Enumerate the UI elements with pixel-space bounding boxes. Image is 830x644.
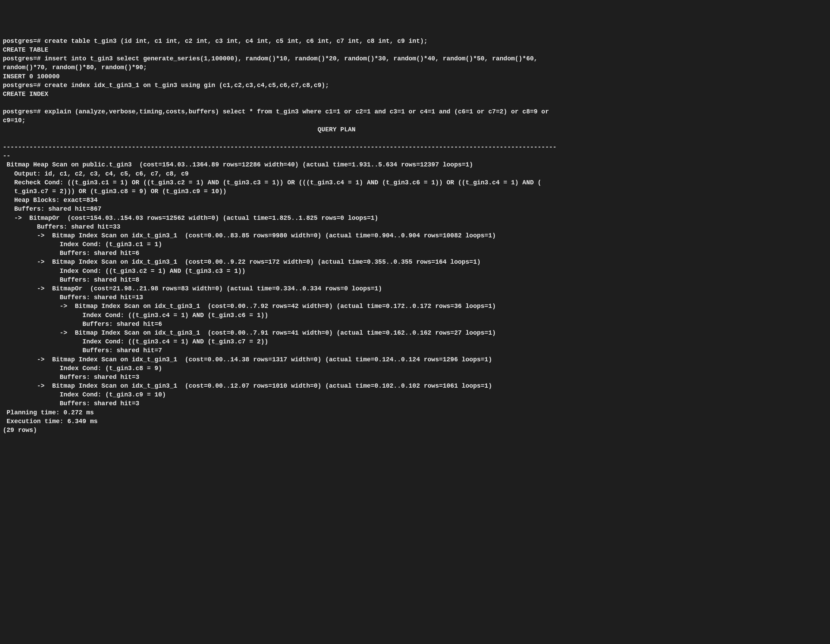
query-plan-line: -> Bitmap Index Scan on idx_t_gin3_1 (co… <box>3 329 496 336</box>
planning-time-line: Planning time: 0.272 ms <box>3 409 94 416</box>
query-plan-line: Bitmap Heap Scan on public.t_gin3 (cost=… <box>3 161 473 168</box>
query-plan-line: Output: id, c1, c2, c3, c4, c5, c6, c7, … <box>3 170 188 177</box>
execution-time-line: Execution time: 6.349 ms <box>3 418 98 425</box>
terminal-line: postgres=# create table t_gin3 (id int, … <box>3 38 428 44</box>
terminal-line: postgres=# explain (analyze,verbose,timi… <box>3 108 549 115</box>
query-plan-line: Index Cond: (t_gin3.c1 = 1) <box>3 241 162 248</box>
terminal-line: random()*70, random()*80, random()*90; <box>3 64 147 71</box>
terminal-line: INSERT 0 100000 <box>3 73 60 80</box>
query-plan-line: Recheck Cond: ((t_gin3.c1 = 1) OR ((t_gi… <box>3 179 542 186</box>
query-plan-line: -> BitmapOr (cost=21.98..21.98 rows=83 w… <box>3 285 382 292</box>
query-plan-line: -> Bitmap Index Scan on idx_t_gin3_1 (co… <box>3 232 496 239</box>
query-plan-line: -> Bitmap Index Scan on idx_t_gin3_1 (co… <box>3 382 492 389</box>
query-plan-line: Heap Blocks: exact=834 <box>3 197 98 204</box>
row-count-line: (29 rows) <box>3 427 37 434</box>
terminal-line: c9=10; <box>3 117 25 124</box>
separator-line: ----------------------------------------… <box>3 144 556 151</box>
query-plan-line: Buffers: shared hit=13 <box>3 294 143 301</box>
terminal-line: CREATE INDEX <box>3 90 48 98</box>
query-plan-line: Index Cond: ((t_gin3.c4 = 1) AND (t_gin3… <box>3 312 268 319</box>
query-plan-line: Buffers: shared hit=3 <box>3 400 139 407</box>
query-plan-line: Index Cond: (t_gin3.c8 = 9) <box>3 365 162 372</box>
query-plan-line: Index Cond: (t_gin3.c9 = 10) <box>3 391 166 398</box>
query-plan-line: Buffers: shared hit=6 <box>3 250 139 257</box>
query-plan-line: Buffers: shared hit=8 <box>3 276 139 283</box>
terminal-line: postgres=# insert into t_gin3 select gen… <box>3 55 537 62</box>
terminal-line: CREATE TABLE <box>3 46 48 53</box>
query-plan-line: Buffers: shared hit=33 <box>3 223 120 230</box>
query-plan-line: -> Bitmap Index Scan on idx_t_gin3_1 (co… <box>3 259 481 265</box>
query-plan-line: Buffers: shared hit=3 <box>3 374 139 381</box>
query-plan-line: Index Cond: ((t_gin3.c4 = 1) AND (t_gin3… <box>3 338 268 345</box>
query-plan-line: Buffers: shared hit=867 <box>3 205 101 213</box>
query-plan-line: -> Bitmap Index Scan on idx_t_gin3_1 (co… <box>3 356 492 363</box>
terminal-output[interactable]: postgres=# create table t_gin3 (id int, … <box>3 37 827 435</box>
query-plan-line: t_gin3.c7 = 2))) OR (t_gin3.c8 = 9) OR (… <box>3 188 227 195</box>
query-plan-header: QUERY PLAN <box>3 126 356 133</box>
query-plan-line: Buffers: shared hit=7 <box>3 347 162 354</box>
terminal-line: postgres=# create index idx_t_gin3_1 on … <box>3 82 329 89</box>
query-plan-line: Index Cond: ((t_gin3.c2 = 1) AND (t_gin3… <box>3 268 246 274</box>
query-plan-line: -> Bitmap Index Scan on idx_t_gin3_1 (co… <box>3 303 496 310</box>
separator-line: -- <box>3 152 11 159</box>
query-plan-line: Buffers: shared hit=6 <box>3 320 162 328</box>
query-plan-line: -> BitmapOr (cost=154.03..154.03 rows=12… <box>3 214 378 222</box>
